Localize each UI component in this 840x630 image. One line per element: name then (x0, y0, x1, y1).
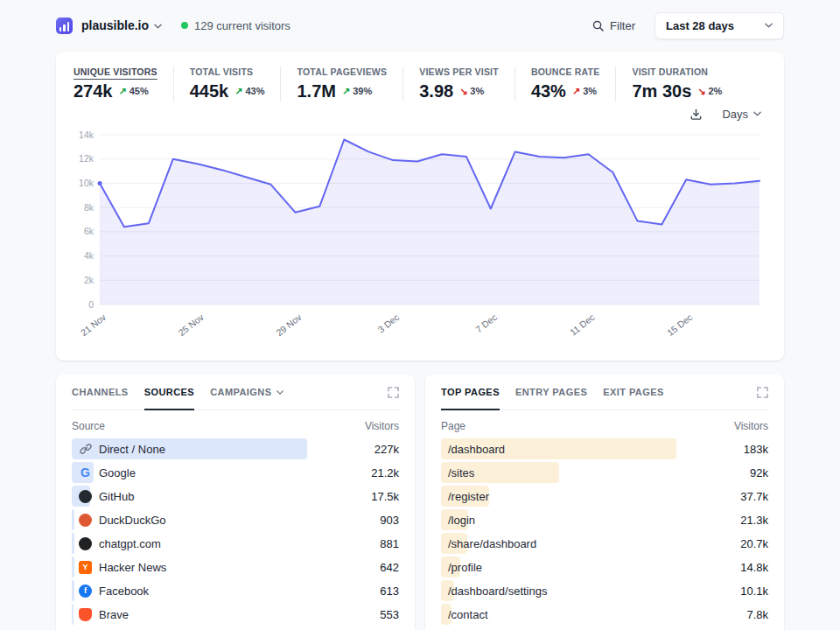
site-name: plausible.io (81, 18, 149, 32)
tab-label: CHANNELS (72, 387, 129, 397)
stat-value: 7m 30s (632, 81, 691, 102)
expand-icon (388, 387, 399, 398)
chart-svg: 02k4k6k8k10k12k14k21 Nov25 Nov29 Nov3 De… (74, 126, 766, 346)
chevron-down-icon (753, 111, 761, 116)
table-row[interactable]: YHacker News642 (72, 556, 399, 578)
visitors-count: 21.2k (371, 466, 399, 480)
table-row[interactable]: fFacebook613 (72, 580, 399, 601)
chevron-down-icon (154, 24, 162, 29)
download-button[interactable] (690, 108, 703, 121)
stat-label: BOUNCE RATE (531, 66, 600, 77)
chart-toolbar: Days (74, 103, 766, 124)
stat-visit-duration[interactable]: VISIT DURATION7m 30s↘2% (615, 66, 738, 102)
row-label: Brave (99, 608, 129, 621)
table-row[interactable]: /profile14.8k (441, 556, 768, 578)
chevron-down-icon (765, 23, 773, 28)
visitors-count: 183k (744, 443, 768, 456)
download-icon (690, 108, 703, 121)
table-row[interactable]: chatgpt.com881 (72, 533, 399, 554)
arrow-up-icon: ↗ (234, 86, 242, 97)
sources-key-header: Source (72, 420, 105, 432)
bottom-row: CHANNELSSOURCESCAMPAIGNS Source Visitors… (56, 374, 784, 630)
stat-value: 445k (190, 81, 229, 102)
hackernews-icon: Y (79, 561, 92, 574)
plausible-logo-icon (56, 18, 73, 34)
arrow-up-icon: ↗ (342, 86, 350, 97)
row-label: /dashboard/settings (448, 584, 547, 598)
table-row[interactable]: /contact7.8k (441, 604, 768, 625)
tab-label: ENTRY PAGES (515, 387, 587, 397)
visitors-count: 10.1k (740, 584, 768, 598)
google-icon: G (79, 466, 92, 480)
stat-total-pageviews[interactable]: TOTAL PAGEVIEWS1.7M↗39% (280, 66, 402, 102)
date-range-select[interactable]: Last 28 days (654, 12, 784, 39)
visitors-count: 903 (380, 514, 399, 527)
table-row[interactable]: Brave553 (72, 604, 399, 625)
tab-campaigns[interactable]: CAMPAIGNS (210, 375, 283, 410)
row-label: /login (448, 514, 475, 527)
y-axis-label: 6k (84, 226, 94, 236)
sources-tab-list: CHANNELSSOURCESCAMPAIGNS (72, 374, 284, 410)
table-row[interactable]: /register37.7k (441, 486, 768, 507)
current-visitors-label: 129 current visitors (194, 19, 290, 32)
current-visitors[interactable]: 129 current visitors (181, 19, 290, 32)
pages-value-header: Visitors (734, 420, 768, 432)
table-row[interactable]: /share/dashboard20.7k (441, 533, 768, 554)
tab-channels[interactable]: CHANNELS (72, 375, 129, 410)
stat-unique-visitors[interactable]: UNIQUE VISITORS274k↗45% (74, 66, 173, 102)
visitors-count: 7.8k (746, 608, 768, 621)
sources-rows: Direct / None227kGGoogle21.2kGitHub17.5k… (72, 438, 399, 625)
stat-value: 43% (531, 81, 566, 102)
stat-change-badge: ↗39% (342, 86, 372, 97)
y-axis-label: 4k (84, 250, 94, 261)
y-axis-label: 2k (84, 275, 94, 285)
visitors-count: 613 (380, 584, 399, 598)
stats-row: UNIQUE VISITORS274k↗45%TOTAL VISITS445k↗… (74, 66, 766, 102)
row-label: /dashboard (448, 443, 505, 456)
row-label: Facebook (99, 584, 149, 598)
table-row[interactable]: Direct / None227k (72, 438, 399, 459)
stat-views-per-visit[interactable]: VIEWS PER VISIT3.98↘3% (402, 66, 514, 102)
visitors-count: 881 (380, 537, 399, 550)
sources-value-header: Visitors (365, 420, 399, 432)
expand-pages-button[interactable] (757, 387, 768, 398)
table-row[interactable]: /login21.3k (441, 509, 768, 530)
stat-change-badge: ↗45% (119, 86, 149, 97)
tab-top-pages[interactable]: TOP PAGES (441, 375, 500, 410)
table-row[interactable]: GitHub17.5k (72, 486, 399, 507)
stat-bounce-rate[interactable]: BOUNCE RATE43%↗3% (514, 66, 616, 102)
stat-label: TOTAL VISITS (190, 66, 265, 77)
pages-column-headers: Page Visitors (441, 410, 768, 438)
row-label: DuckDuckGo (99, 514, 166, 527)
table-row[interactable]: /sites92k (441, 462, 768, 483)
tab-entry-pages[interactable]: ENTRY PAGES (515, 375, 587, 410)
table-row[interactable]: /dashboard183k (441, 438, 768, 459)
row-label: /sites (448, 466, 474, 480)
visitors-chart[interactable]: 02k4k6k8k10k12k14k21 Nov25 Nov29 Nov3 De… (74, 126, 766, 350)
tab-sources[interactable]: SOURCES (144, 375, 194, 410)
stat-total-visits[interactable]: TOTAL VISITS445k↗43% (173, 66, 281, 102)
row-label: /register (448, 490, 489, 503)
x-axis-label: 3 Dec (375, 312, 401, 334)
dashboard-page: plausible.io 129 current visitors Filter… (0, 0, 840, 630)
row-label: GitHub (99, 490, 134, 503)
chatgpt-icon (79, 537, 92, 550)
expand-sources-button[interactable] (388, 387, 399, 398)
date-range-value: Last 28 days (666, 19, 734, 32)
pages-rows: /dashboard183k/sites92k/register37.7k/lo… (441, 438, 768, 625)
tab-label: TOP PAGES (441, 387, 500, 397)
visitors-count: 14.8k (740, 561, 768, 574)
table-row[interactable]: GGoogle21.2k (72, 462, 399, 483)
first-point-dot (98, 181, 102, 186)
visitors-count: 21.3k (740, 514, 768, 527)
table-row[interactable]: /dashboard/settings10.1k (441, 580, 768, 601)
link-icon (79, 443, 92, 455)
visitors-count: 227k (374, 443, 399, 456)
site-switcher[interactable]: plausible.io (81, 18, 162, 32)
tab-exit-pages[interactable]: EXIT PAGES (603, 375, 664, 410)
stat-change-percent: 45% (130, 86, 149, 96)
visitors-count: 553 (380, 608, 399, 621)
filter-button[interactable]: Filter (592, 19, 635, 32)
table-row[interactable]: DuckDuckGo903 (72, 509, 399, 530)
interval-select[interactable]: Days (717, 107, 766, 122)
